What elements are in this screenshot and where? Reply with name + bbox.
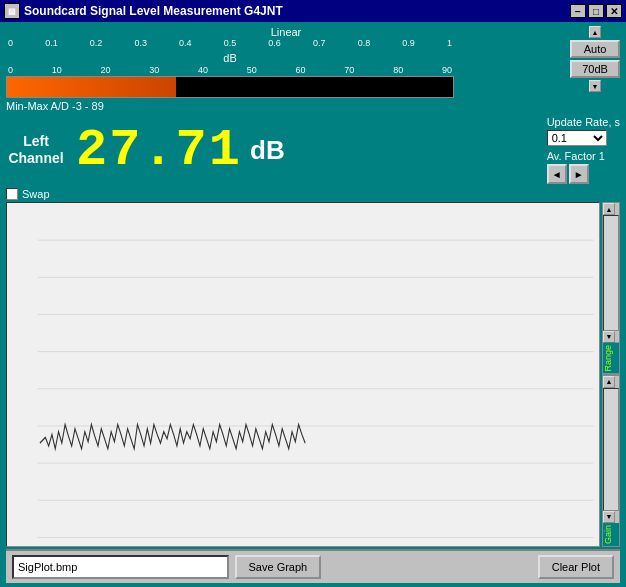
db-value-display: 27.71 <box>76 121 242 180</box>
channel-label: Left Channel <box>6 133 66 167</box>
70db-button[interactable]: 70dB <box>570 60 620 78</box>
meter-fill <box>7 77 176 97</box>
range-label: Range <box>603 343 619 374</box>
av-increase-button[interactable]: ► <box>569 164 589 184</box>
gain-label: Gain <box>603 523 619 546</box>
close-button[interactable]: ✕ <box>606 4 622 18</box>
titlebar: ▤ Soundcard Signal Level Measurement G4J… <box>0 0 626 22</box>
right-scrollbar-panel: ▲ ▼ Range ▲ ▼ Gain <box>602 202 620 547</box>
gain-scroll: ▲ ▼ Gain <box>602 375 620 548</box>
db-scale-row: 0 10 20 30 40 50 60 70 80 90 <box>6 64 454 76</box>
minmax-display: Min-Max A/D -3 - 89 <box>6 100 566 112</box>
range-scroll-down[interactable]: ▼ <box>603 331 615 343</box>
main-content: Linear 0 0.1 0.2 0.3 0.4 0.5 0.6 <box>0 22 626 587</box>
meter-top-row: Linear 0 0.1 0.2 0.3 0.4 0.5 0.6 <box>6 26 620 112</box>
scroll-up-arrow[interactable]: ▲ <box>589 26 601 38</box>
graph-svg <box>7 203 599 546</box>
db-label: dB <box>6 52 454 64</box>
scroll-down-arrow[interactable]: ▼ <box>589 80 601 92</box>
meter-empty <box>176 77 453 97</box>
av-factor-label: Av. Factor 1 <box>547 150 620 162</box>
right-settings-panel: Update Rate, s 0.1 0.5 1.0 Av. Factor 1 … <box>547 116 620 184</box>
linear-label: Linear <box>6 26 566 38</box>
window-title: Soundcard Signal Level Measurement G4JNT <box>24 4 570 18</box>
av-factor-controls: ◄ ► <box>547 164 620 184</box>
maximize-button[interactable]: □ <box>588 4 604 18</box>
gain-scroll-down[interactable]: ▼ <box>603 511 615 523</box>
range-scroll-up[interactable]: ▲ <box>603 203 615 215</box>
app-window: ▤ Soundcard Signal Level Measurement G4J… <box>0 0 626 587</box>
linear-ticks: 0 0.1 0.2 0.3 0.4 0.5 0.6 0.7 0.8 0.9 1 <box>6 38 454 48</box>
update-rate-label: Update Rate, s <box>547 116 620 128</box>
swap-label: Swap <box>22 188 50 200</box>
meter-left: Linear 0 0.1 0.2 0.3 0.4 0.5 0.6 <box>6 26 566 112</box>
filename-input[interactable]: SigPlot.bmp <box>12 555 229 579</box>
db-unit-label: dB <box>250 135 285 166</box>
swap-checkbox[interactable] <box>6 188 18 200</box>
minimize-button[interactable]: − <box>570 4 586 18</box>
graph-container: 90 dB 80 70 60 50 40 30 20 10 <box>6 202 600 547</box>
right-panel-top: ▲ Auto 70dB ▼ <box>570 26 620 92</box>
update-rate-row: Update Rate, s 0.1 0.5 1.0 <box>547 116 620 146</box>
av-factor-row: Av. Factor 1 ◄ ► <box>547 150 620 184</box>
range-scroll: ▲ ▼ Range <box>602 202 620 375</box>
save-graph-button[interactable]: Save Graph <box>235 555 322 579</box>
graph-section: 90 dB 80 70 60 50 40 30 20 10 <box>6 202 620 547</box>
clear-plot-button[interactable]: Clear Plot <box>538 555 614 579</box>
linear-scale: 0 0.1 0.2 0.3 0.4 0.5 0.6 0.7 0.8 0.9 1 <box>6 38 454 52</box>
gain-scroll-track[interactable] <box>603 388 619 511</box>
gain-scroll-up[interactable]: ▲ <box>603 376 615 388</box>
app-icon: ▤ <box>4 3 20 19</box>
range-scroll-track[interactable] <box>603 215 619 331</box>
av-decrease-button[interactable]: ◄ <box>547 164 567 184</box>
linear-scale-row: 0 0.1 0.2 0.3 0.4 0.5 0.6 0.7 0.8 0.9 1 <box>6 38 566 52</box>
auto-button[interactable]: Auto <box>570 40 620 58</box>
meter-section: Linear 0 0.1 0.2 0.3 0.4 0.5 0.6 <box>6 26 620 112</box>
main-display-row: Left Channel 27.71 dB Update Rate, s 0.1… <box>6 116 620 184</box>
swap-row: Swap <box>6 188 620 200</box>
meter-bar <box>6 76 454 98</box>
update-rate-select[interactable]: 0.1 0.5 1.0 <box>547 130 607 146</box>
svg-rect-0 <box>7 203 599 546</box>
titlebar-buttons: − □ ✕ <box>570 4 622 18</box>
bottom-bar: SigPlot.bmp Save Graph Clear Plot <box>6 549 620 583</box>
